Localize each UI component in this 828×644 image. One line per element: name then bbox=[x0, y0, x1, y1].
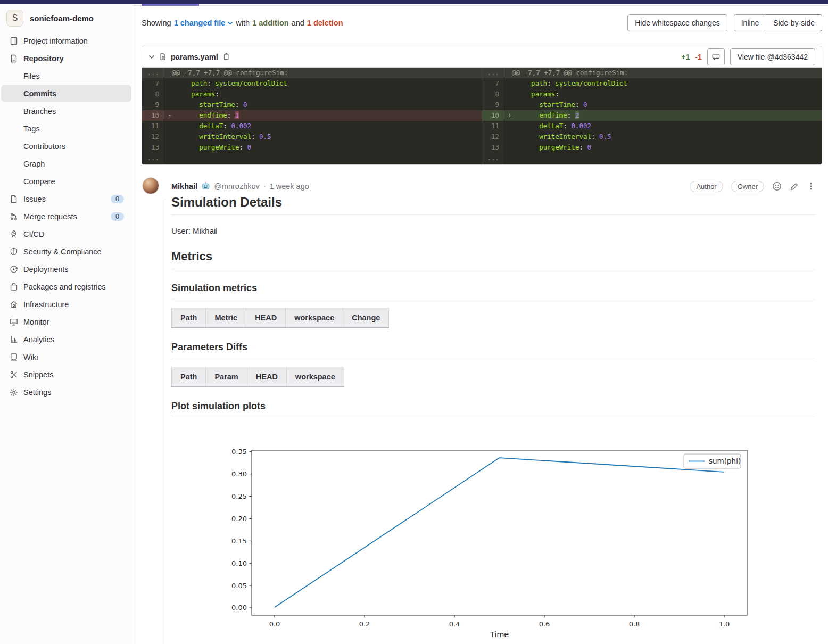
packages-registries-icon bbox=[10, 283, 18, 291]
status-emoji-robot-icon bbox=[201, 182, 210, 191]
svg-text:0.6: 0.6 bbox=[539, 620, 550, 628]
username[interactable]: @mnrozhkov bbox=[214, 182, 260, 191]
diff-sign bbox=[164, 121, 175, 131]
expand-area bbox=[164, 153, 172, 165]
author-name[interactable]: Mikhail bbox=[171, 182, 197, 191]
changed-files-link[interactable]: 1 changed file bbox=[174, 19, 234, 27]
sidebar-item-wiki[interactable]: Wiki bbox=[1, 348, 131, 366]
line-number[interactable]: 10 bbox=[482, 110, 504, 121]
code-text: startTime: 0 bbox=[515, 100, 822, 110]
inline-button[interactable]: Inline bbox=[734, 14, 766, 31]
line-number[interactable]: ... bbox=[142, 68, 164, 78]
sidebar-item-project-information[interactable]: Project information bbox=[1, 32, 131, 49]
sidebar-item-analytics[interactable]: Analytics bbox=[1, 331, 131, 348]
diff-line-old-11: 11 deltaT: 0.002 bbox=[142, 121, 482, 131]
sidebar-item-branches[interactable]: Branches bbox=[1, 102, 131, 120]
diff-line-new-11: 11 deltaT: 0.002 bbox=[482, 121, 822, 131]
line-number[interactable]: 8 bbox=[482, 89, 504, 100]
line-number[interactable]: 12 bbox=[482, 131, 504, 142]
diff-line-new-: ...@@ -7,7 +7,7 @@ configureSim: bbox=[482, 68, 822, 78]
user-avatar[interactable] bbox=[142, 177, 159, 194]
note-timestamp[interactable]: 1 week ago bbox=[270, 182, 309, 191]
line-number[interactable]: 7 bbox=[142, 78, 164, 89]
snippets-icon bbox=[10, 370, 18, 379]
sidebar-item-settings[interactable]: Settings bbox=[1, 383, 131, 401]
sidebar-item-packages-and-registries[interactable]: Packages and registries bbox=[1, 278, 131, 295]
line-number[interactable]: ... bbox=[142, 153, 164, 165]
hunk-header: @@ -7,7 +7,7 @@ configureSim: bbox=[504, 68, 628, 78]
wiki-icon bbox=[10, 353, 18, 361]
svg-text:1.0: 1.0 bbox=[719, 620, 730, 628]
code-text: deltaT: 0.002 bbox=[515, 121, 822, 131]
line-number[interactable]: 9 bbox=[482, 100, 504, 110]
side-by-side-button[interactable]: Side-by-side bbox=[766, 14, 822, 31]
sidebar-item-security-compliance[interactable]: Security & Compliance bbox=[1, 243, 131, 260]
line-number[interactable]: ... bbox=[482, 153, 504, 165]
line-number[interactable]: 13 bbox=[142, 142, 164, 153]
line-number[interactable]: 8 bbox=[142, 89, 164, 100]
sidebar-item-compare[interactable]: Compare bbox=[1, 172, 131, 190]
diff-line-new-7: 7 path: system/controlDict bbox=[482, 78, 822, 89]
line-number[interactable]: 13 bbox=[482, 142, 504, 153]
and-label: and bbox=[292, 19, 304, 27]
sidebar-item-files[interactable]: Files bbox=[1, 67, 131, 85]
tabs-divider bbox=[133, 5, 828, 6]
user-line: User: Mikhail bbox=[171, 226, 815, 235]
copy-file-path-icon[interactable] bbox=[222, 53, 230, 61]
diff-line-new-10: 10+ endTime: 2 bbox=[482, 110, 822, 121]
code-text: endTime: 1 bbox=[175, 110, 482, 121]
sidebar-item-contributors[interactable]: Contributors bbox=[1, 137, 131, 155]
comment-bubble-icon bbox=[712, 53, 720, 61]
sidebar-item-commits[interactable]: Commits bbox=[1, 85, 131, 102]
line-number[interactable]: 12 bbox=[142, 131, 164, 142]
params-table: PathParamHEADworkspace bbox=[171, 367, 344, 387]
count-badge: 0 bbox=[111, 212, 124, 221]
code-text: params: bbox=[515, 89, 822, 100]
column-header-workspace: workspace bbox=[286, 367, 344, 387]
line-number[interactable]: 10 bbox=[142, 110, 164, 121]
sidebar-item-repository[interactable]: Repository bbox=[1, 49, 131, 67]
add-reaction-button[interactable] bbox=[772, 181, 782, 191]
author-badge: Author bbox=[690, 181, 723, 192]
sidebar-item-snippets[interactable]: Snippets bbox=[1, 366, 131, 383]
svg-text:0.30: 0.30 bbox=[231, 470, 247, 478]
line-number[interactable]: 7 bbox=[482, 78, 504, 89]
sidebar-item-label: Project information bbox=[23, 37, 126, 45]
edit-comment-button[interactable] bbox=[790, 182, 799, 191]
main-content: Showing 1 changed file with 1 addition a… bbox=[133, 0, 828, 644]
sidebar-item-tags[interactable]: Tags bbox=[1, 120, 131, 137]
line-number[interactable]: ... bbox=[482, 68, 504, 78]
code-text: endTime: 2 bbox=[515, 110, 822, 121]
file-name[interactable]: params.yaml bbox=[171, 53, 218, 61]
line-number[interactable]: 11 bbox=[482, 121, 504, 131]
column-header-workspace: workspace bbox=[286, 308, 343, 328]
sidebar-item-ci-cd[interactable]: CI/CD bbox=[1, 225, 131, 243]
sidebar-item-issues[interactable]: Issues0 bbox=[1, 190, 131, 208]
line-number[interactable]: 11 bbox=[142, 121, 164, 131]
sidebar-item-label: Issues bbox=[23, 195, 111, 203]
more-actions-button[interactable] bbox=[807, 182, 815, 191]
metrics-table: PathMetricHEADworkspaceChange bbox=[171, 308, 389, 328]
view-file-button[interactable]: View file @4d363442 bbox=[730, 48, 815, 65]
comment-button[interactable] bbox=[707, 48, 725, 65]
diff-collapse-chevron-icon[interactable] bbox=[148, 54, 155, 60]
note-thread-line bbox=[165, 199, 165, 644]
sidebar-item-monitor[interactable]: Monitor bbox=[1, 313, 131, 331]
sidebar-project[interactable]: S sonicfoam-demo bbox=[0, 4, 133, 32]
diff-line-new-: ... bbox=[482, 153, 822, 165]
diff-sign bbox=[164, 142, 175, 153]
sidebar-item-merge-requests[interactable]: Merge requests0 bbox=[1, 208, 131, 225]
sidebar-item-infrastructure[interactable]: Infrastructure bbox=[1, 295, 131, 313]
sidebar-item-deployments[interactable]: Deployments bbox=[1, 260, 131, 278]
line-number[interactable]: 9 bbox=[142, 100, 164, 110]
meta-separator: · bbox=[263, 182, 266, 191]
diff-sign bbox=[504, 142, 515, 153]
diff-sign bbox=[164, 131, 175, 142]
metrics-heading: Metrics bbox=[171, 250, 815, 269]
simulation-metrics-heading: Simulation metrics bbox=[171, 283, 815, 299]
sidebar-item-label: Compare bbox=[23, 177, 126, 186]
sidebar-item-graph[interactable]: Graph bbox=[1, 155, 131, 172]
smiley-icon bbox=[772, 181, 782, 191]
diff-sign bbox=[164, 78, 175, 89]
hide-whitespace-button[interactable]: Hide whitespace changes bbox=[627, 14, 727, 31]
